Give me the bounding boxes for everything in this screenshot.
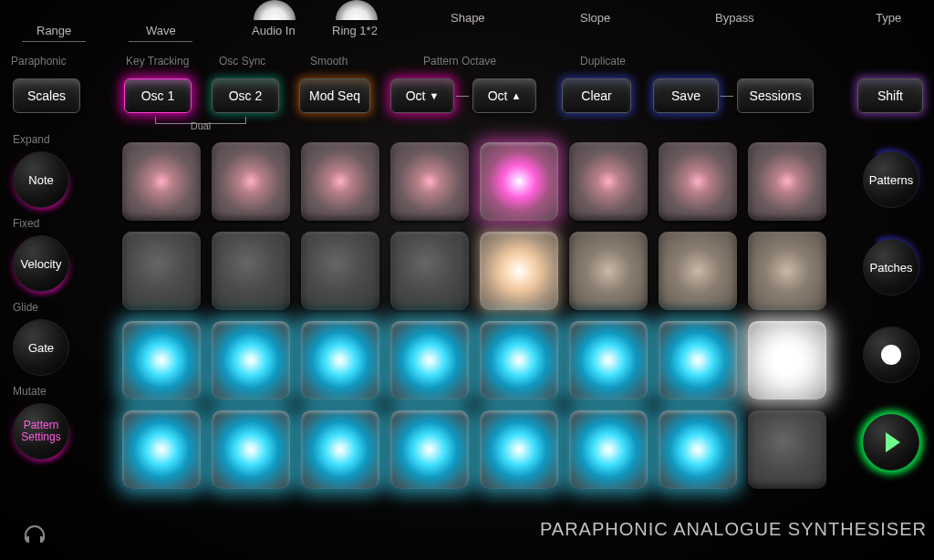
pad-0-0[interactable]	[122, 142, 201, 221]
pad-1-2[interactable]	[301, 232, 379, 310]
pad-1-0[interactable]	[122, 232, 201, 310]
pad-2-3[interactable]	[390, 321, 469, 399]
osc2-button[interactable]: Osc 2	[212, 78, 279, 113]
pad-0-2[interactable]	[301, 142, 379, 221]
record-icon	[881, 345, 901, 365]
label-expand: Expand	[13, 133, 50, 146]
pad-2-7[interactable]	[748, 321, 826, 399]
pad-2-1[interactable]	[212, 321, 290, 399]
osc1-button[interactable]: Osc 1	[124, 78, 192, 113]
label-mutate: Mutate	[13, 385, 47, 398]
pad-1-1[interactable]	[212, 232, 290, 310]
knob-ring[interactable]	[336, 0, 378, 20]
label-key-tracking: Key Tracking	[126, 55, 189, 67]
label-osc-sync: Osc Sync	[219, 55, 265, 67]
pad-1-5[interactable]	[569, 232, 648, 310]
button-row-labels: Paraphonic Key Tracking Osc Sync Smooth …	[0, 55, 934, 73]
note-button[interactable]: Note	[13, 151, 69, 208]
knob-audio-in[interactable]	[254, 0, 296, 20]
label-pattern-octave: Pattern Octave	[423, 55, 496, 67]
pad-1-6[interactable]	[659, 232, 737, 310]
label-shape: Shape	[451, 11, 485, 25]
pad-3-4[interactable]	[480, 410, 558, 489]
pad-2-2[interactable]	[301, 321, 379, 399]
pad-2-5[interactable]	[569, 321, 648, 399]
pad-0-4[interactable]	[480, 142, 558, 221]
scales-button[interactable]: Scales	[13, 78, 80, 113]
clear-button[interactable]: Clear	[562, 78, 631, 113]
pad-2-4[interactable]	[480, 321, 558, 399]
pattern-settings-button[interactable]: Pattern Settings	[13, 403, 69, 460]
pad-2-6[interactable]	[659, 321, 737, 399]
label-smooth: Smooth	[310, 55, 348, 67]
label-ring: Ring 1*2	[332, 24, 378, 37]
gate-button[interactable]: Gate	[13, 319, 69, 376]
chevron-up-icon: ▲	[511, 90, 521, 101]
pad-1-3[interactable]	[390, 232, 469, 310]
patches-button[interactable]: Patches	[863, 239, 919, 296]
pad-0-3[interactable]	[390, 142, 469, 221]
label-range: Range	[36, 24, 71, 37]
pad-grid	[122, 142, 830, 493]
top-label-row: Range Wave Audio In Ring 1*2 Shape Slope…	[0, 0, 934, 46]
label-glide: Glide	[13, 301, 38, 314]
pad-0-5[interactable]	[569, 142, 648, 221]
pad-1-7[interactable]	[748, 232, 826, 310]
pad-3-2[interactable]	[301, 410, 379, 489]
chevron-down-icon: ▼	[429, 90, 439, 101]
shift-button[interactable]: Shift	[857, 78, 923, 113]
mod-seq-button[interactable]: Mod Seq	[299, 78, 370, 113]
pad-1-4[interactable]	[480, 232, 558, 310]
pad-3-0[interactable]	[122, 410, 201, 489]
pad-0-7[interactable]	[748, 142, 826, 221]
label-type: Type	[876, 11, 901, 25]
pad-3-5[interactable]	[569, 410, 648, 489]
label-paraphonic: Paraphonic	[11, 55, 67, 67]
headphones-icon	[22, 524, 47, 545]
pad-3-1[interactable]	[212, 410, 290, 489]
save-button[interactable]: Save	[653, 78, 719, 113]
record-button[interactable]	[863, 327, 919, 383]
label-bypass: Bypass	[715, 11, 754, 25]
label-fixed: Fixed	[13, 217, 39, 230]
pad-2-0[interactable]	[122, 321, 201, 399]
pad-3-3[interactable]	[390, 410, 469, 489]
oct-up-button[interactable]: Oct▲	[472, 78, 536, 113]
sessions-button[interactable]: Sessions	[737, 78, 814, 113]
velocity-button[interactable]: Velocity	[13, 235, 69, 292]
label-dual: Dual	[191, 120, 212, 131]
oct-dash	[456, 96, 469, 97]
footer-brand-text: PARAPHONIC ANALOGUE SYNTHESISER	[540, 519, 927, 540]
pad-0-6[interactable]	[659, 142, 737, 221]
label-wave: Wave	[146, 24, 176, 37]
pad-0-1[interactable]	[212, 142, 290, 221]
play-button[interactable]	[863, 414, 919, 471]
oct-down-button[interactable]: Oct▼	[390, 78, 454, 113]
play-icon	[886, 432, 900, 452]
label-slope: Slope	[580, 11, 610, 25]
pad-3-6[interactable]	[659, 410, 737, 489]
patterns-button[interactable]: Patterns	[863, 151, 919, 208]
label-audio-in: Audio In	[252, 24, 296, 37]
pad-3-7[interactable]	[748, 410, 826, 489]
save-dash	[721, 96, 733, 97]
label-duplicate: Duplicate	[580, 55, 626, 67]
